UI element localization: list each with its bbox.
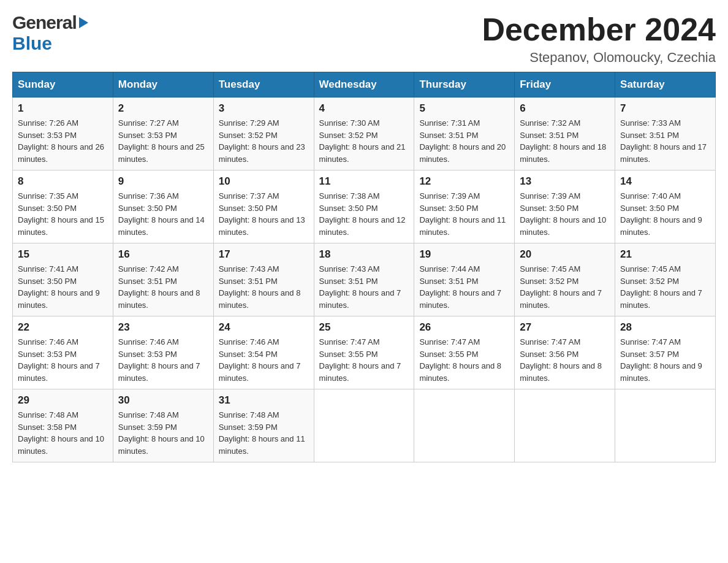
header-thursday: Thursday [414,72,515,98]
sunrise-label: Sunrise: 7:47 AM [319,337,380,347]
day-info: Sunrise: 7:46 AM Sunset: 3:54 PM Dayligh… [219,336,309,384]
daylight-label: Daylight: 8 hours and 11 minutes. [419,215,506,237]
daylight-label: Daylight: 8 hours and 25 minutes. [118,142,205,164]
sunrise-label: Sunrise: 7:33 AM [620,118,681,128]
day-cell: 23 Sunrise: 7:46 AM Sunset: 3:53 PM Dayl… [113,316,213,389]
sunrise-label: Sunrise: 7:44 AM [419,264,480,274]
day-info: Sunrise: 7:43 AM Sunset: 3:51 PM Dayligh… [319,263,409,311]
sunrise-label: Sunrise: 7:43 AM [219,264,279,274]
sunset-label: Sunset: 3:51 PM [520,131,578,140]
day-info: Sunrise: 7:46 AM Sunset: 3:53 PM Dayligh… [118,336,208,384]
week-row-2: 8 Sunrise: 7:35 AM Sunset: 3:50 PM Dayli… [13,170,716,243]
logo: General Blue [12,12,88,54]
day-cell: 16 Sunrise: 7:42 AM Sunset: 3:51 PM Dayl… [113,243,213,316]
day-info: Sunrise: 7:26 AM Sunset: 3:53 PM Dayligh… [18,117,108,165]
day-number: 28 [620,321,710,334]
day-number: 10 [219,175,309,188]
day-number: 6 [520,102,610,115]
day-info: Sunrise: 7:30 AM Sunset: 3:52 PM Dayligh… [319,117,409,165]
daylight-label: Daylight: 8 hours and 26 minutes. [18,142,104,164]
logo-general-text: General [12,12,77,33]
sunrise-label: Sunrise: 7:26 AM [18,118,78,128]
day-cell [615,389,716,462]
sunset-label: Sunset: 3:52 PM [319,131,378,140]
daylight-label: Daylight: 8 hours and 7 minutes. [319,288,401,310]
sunset-label: Sunset: 3:53 PM [18,350,77,359]
sunrise-label: Sunrise: 7:48 AM [219,410,279,419]
day-number: 29 [18,394,108,407]
sunrise-label: Sunrise: 7:43 AM [319,264,380,274]
sunrise-label: Sunrise: 7:41 AM [18,264,78,274]
sunset-label: Sunset: 3:58 PM [18,423,77,432]
sunset-label: Sunset: 3:50 PM [620,204,679,213]
daylight-label: Daylight: 8 hours and 7 minutes. [219,361,301,383]
day-number: 7 [620,102,710,115]
week-row-5: 29 Sunrise: 7:48 AM Sunset: 3:58 PM Dayl… [13,389,716,462]
day-info: Sunrise: 7:47 AM Sunset: 3:56 PM Dayligh… [520,336,610,384]
header-tuesday: Tuesday [213,72,314,98]
sunrise-label: Sunrise: 7:35 AM [18,191,78,201]
sunset-label: Sunset: 3:50 PM [118,204,177,213]
daylight-label: Daylight: 8 hours and 23 minutes. [219,142,305,164]
sunrise-label: Sunrise: 7:47 AM [520,337,580,347]
daylight-label: Daylight: 8 hours and 7 minutes. [419,288,501,310]
sunset-label: Sunset: 3:51 PM [319,277,378,286]
sunset-label: Sunset: 3:51 PM [219,277,278,286]
day-cell: 21 Sunrise: 7:45 AM Sunset: 3:52 PM Dayl… [615,243,716,316]
day-cell: 5 Sunrise: 7:31 AM Sunset: 3:51 PM Dayli… [414,98,515,170]
sunset-label: Sunset: 3:57 PM [620,350,679,359]
day-number: 16 [118,248,208,261]
day-info: Sunrise: 7:47 AM Sunset: 3:57 PM Dayligh… [620,336,710,384]
calendar-body: 1 Sunrise: 7:26 AM Sunset: 3:53 PM Dayli… [13,98,716,462]
header-monday: Monday [113,72,213,98]
day-cell: 4 Sunrise: 7:30 AM Sunset: 3:52 PM Dayli… [314,98,414,170]
daylight-label: Daylight: 8 hours and 17 minutes. [620,142,707,164]
calendar-table: Sunday Monday Tuesday Wednesday Thursday… [12,72,716,462]
day-cell: 24 Sunrise: 7:46 AM Sunset: 3:54 PM Dayl… [213,316,314,389]
day-number: 26 [419,321,509,334]
day-info: Sunrise: 7:36 AM Sunset: 3:50 PM Dayligh… [118,190,208,238]
sunset-label: Sunset: 3:50 PM [419,204,478,213]
day-info: Sunrise: 7:45 AM Sunset: 3:52 PM Dayligh… [620,263,710,311]
day-info: Sunrise: 7:38 AM Sunset: 3:50 PM Dayligh… [319,190,409,238]
day-cell: 12 Sunrise: 7:39 AM Sunset: 3:50 PM Dayl… [414,170,515,243]
daylight-label: Daylight: 8 hours and 10 minutes. [118,434,205,456]
day-number: 22 [18,321,108,334]
day-number: 5 [419,102,509,115]
daylight-label: Daylight: 8 hours and 11 minutes. [219,434,305,456]
main-title: December 2024 [482,12,716,47]
day-info: Sunrise: 7:31 AM Sunset: 3:51 PM Dayligh… [419,117,509,165]
day-number: 25 [319,321,409,334]
day-number: 15 [18,248,108,261]
day-number: 21 [620,248,710,261]
day-info: Sunrise: 7:29 AM Sunset: 3:52 PM Dayligh… [219,117,309,165]
sunset-label: Sunset: 3:52 PM [219,131,278,140]
day-cell: 3 Sunrise: 7:29 AM Sunset: 3:52 PM Dayli… [213,98,314,170]
daylight-label: Daylight: 8 hours and 7 minutes. [319,361,401,383]
daylight-label: Daylight: 8 hours and 9 minutes. [620,361,702,383]
sunrise-label: Sunrise: 7:47 AM [419,337,480,347]
day-cell [414,389,515,462]
day-cell: 18 Sunrise: 7:43 AM Sunset: 3:51 PM Dayl… [314,243,414,316]
day-info: Sunrise: 7:39 AM Sunset: 3:50 PM Dayligh… [419,190,509,238]
day-number: 3 [219,102,309,115]
day-cell: 26 Sunrise: 7:47 AM Sunset: 3:55 PM Dayl… [414,316,515,389]
daylight-label: Daylight: 8 hours and 9 minutes. [620,215,702,237]
sunrise-label: Sunrise: 7:40 AM [620,191,681,201]
sunset-label: Sunset: 3:50 PM [18,277,77,286]
day-info: Sunrise: 7:48 AM Sunset: 3:59 PM Dayligh… [219,409,309,457]
week-row-4: 22 Sunrise: 7:46 AM Sunset: 3:53 PM Dayl… [13,316,716,389]
day-number: 13 [520,175,610,188]
day-cell: 17 Sunrise: 7:43 AM Sunset: 3:51 PM Dayl… [213,243,314,316]
daylight-label: Daylight: 8 hours and 9 minutes. [18,288,100,310]
day-number: 27 [520,321,610,334]
sunrise-label: Sunrise: 7:39 AM [520,191,580,201]
daylight-label: Daylight: 8 hours and 10 minutes. [18,434,104,456]
sunrise-label: Sunrise: 7:37 AM [219,191,279,201]
day-number: 23 [118,321,208,334]
sunrise-label: Sunrise: 7:30 AM [319,118,380,128]
sunset-label: Sunset: 3:51 PM [620,131,679,140]
sunrise-label: Sunrise: 7:31 AM [419,118,480,128]
day-info: Sunrise: 7:39 AM Sunset: 3:50 PM Dayligh… [520,190,610,238]
day-cell: 2 Sunrise: 7:27 AM Sunset: 3:53 PM Dayli… [113,98,213,170]
